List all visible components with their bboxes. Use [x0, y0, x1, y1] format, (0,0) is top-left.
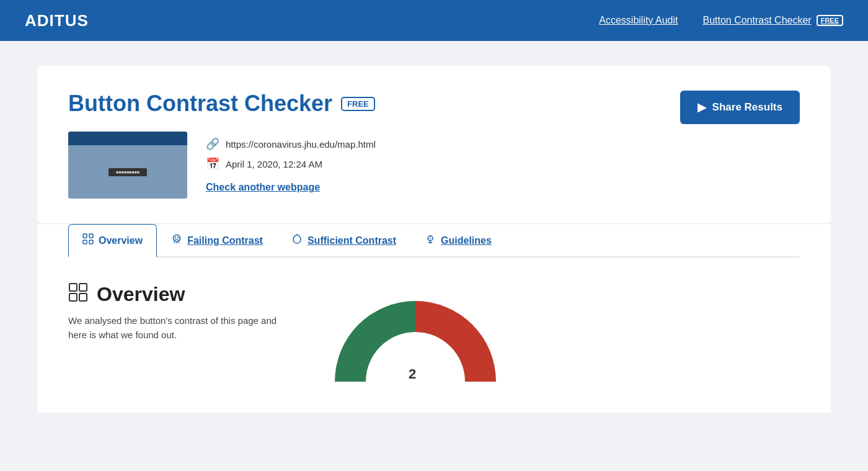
overview-tab-icon	[82, 233, 94, 248]
tab-sufficient-label: Sufficient Contrast	[308, 235, 396, 246]
tab-guidelines[interactable]: Guidelines	[410, 224, 506, 256]
tab-guidelines-label: Guidelines	[441, 235, 492, 246]
overview-text: Overview We analysed the button's contra…	[68, 282, 279, 342]
tab-overview-label: Overview	[99, 235, 143, 246]
calendar-icon: 📅	[206, 157, 219, 171]
overview-title-row: Overview	[68, 282, 279, 307]
scan-date: April 1, 2020, 12:24 AM	[226, 159, 322, 169]
screenshot-thumbnail: ■■■■■■■■■	[68, 132, 187, 199]
svg-point-6	[177, 237, 179, 239]
svg-rect-13	[79, 284, 87, 291]
url-details: 🔗 https://coronavirus.jhu.edu/map.html 📅…	[206, 137, 376, 193]
tabs-section: Overview Failing Contrast	[37, 223, 831, 258]
brand-logo: ADITUS	[25, 11, 89, 30]
svg-text:2: 2	[409, 366, 416, 382]
tab-sufficient-contrast[interactable]: Sufficient Contrast	[277, 224, 410, 256]
header-left: Button Contrast Checker FREE ■■■■■■■■■	[68, 91, 376, 199]
svg-rect-12	[69, 284, 77, 291]
accessibility-audit-link[interactable]: Accessibility Audit	[599, 15, 678, 26]
overview-section: Overview We analysed the button's contra…	[37, 258, 831, 413]
url-row: 🔗 https://coronavirus.jhu.edu/map.html	[206, 137, 376, 151]
link-icon: 🔗	[206, 137, 219, 151]
title-free-badge: FREE	[341, 97, 375, 111]
tabs-row: Overview Failing Contrast	[68, 224, 800, 258]
page-title: Button Contrast Checker	[68, 91, 332, 117]
tab-overview[interactable]: Overview	[68, 224, 157, 258]
navbar: ADITUS Accessibility Audit Button Contra…	[0, 0, 868, 41]
url-info: ■■■■■■■■■ 🔗 https://coronavirus.jhu.edu/…	[68, 132, 376, 199]
accessibility-audit-label: Accessibility Audit	[599, 15, 678, 26]
donut-chart-area: 2	[316, 264, 515, 388]
donut-chart: 2	[316, 264, 515, 388]
main-content: Button Contrast Checker FREE ■■■■■■■■■	[0, 41, 868, 413]
svg-rect-0	[83, 234, 87, 238]
svg-point-10	[430, 236, 431, 237]
sufficient-contrast-icon	[291, 233, 303, 248]
navbar-links: Accessibility Audit Button Contrast Chec…	[599, 15, 843, 26]
overview-body: Overview We analysed the button's contra…	[68, 282, 800, 388]
button-contrast-checker-label: Button Contrast Checker	[702, 15, 811, 26]
header-card: Button Contrast Checker FREE ■■■■■■■■■	[37, 66, 831, 223]
overview-description: We analysed the button's contrast of thi…	[68, 314, 279, 342]
button-contrast-checker-link[interactable]: Button Contrast Checker FREE	[702, 15, 843, 26]
overview-heading: Overview	[97, 283, 185, 306]
svg-rect-2	[83, 240, 87, 244]
svg-rect-1	[89, 234, 93, 238]
share-results-label: Share Results	[712, 101, 782, 114]
svg-point-5	[175, 237, 176, 239]
webpage-url: https://coronavirus.jhu.edu/map.html	[226, 139, 376, 150]
guidelines-icon	[425, 233, 436, 248]
share-icon: ▶	[698, 101, 706, 114]
svg-rect-3	[89, 240, 93, 244]
date-row: 📅 April 1, 2020, 12:24 AM	[206, 157, 376, 171]
nav-free-badge: FREE	[817, 15, 843, 26]
share-results-button[interactable]: ▶ Share Results	[680, 91, 800, 124]
failing-contrast-icon	[171, 233, 182, 248]
tab-failing-contrast[interactable]: Failing Contrast	[157, 224, 277, 256]
overview-section-icon	[68, 282, 88, 307]
tab-failing-label: Failing Contrast	[187, 235, 263, 246]
svg-rect-15	[79, 294, 87, 301]
svg-rect-14	[69, 294, 77, 301]
page-title-row: Button Contrast Checker FREE	[68, 91, 376, 117]
svg-point-4	[174, 235, 180, 242]
check-another-link[interactable]: Check another webpage	[206, 182, 376, 193]
